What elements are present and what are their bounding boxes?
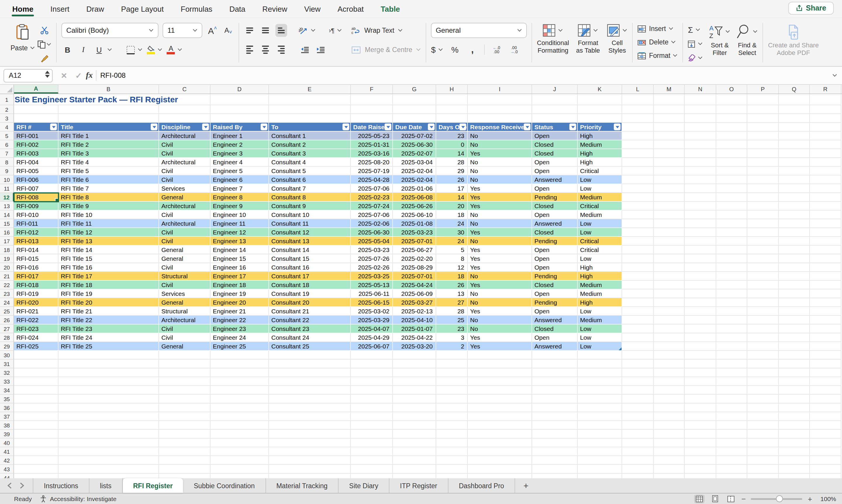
cell-H8[interactable]: 28: [436, 158, 468, 167]
cell-O32[interactable]: [716, 368, 747, 377]
cell-I18[interactable]: Yes: [468, 246, 532, 254]
cell-O36[interactable]: [716, 403, 747, 412]
cell-K11[interactable]: Low: [578, 184, 622, 193]
cell-C10[interactable]: Civil: [159, 175, 211, 184]
cell-F8[interactable]: 2025-08-20: [351, 158, 393, 167]
cell-G24[interactable]: 2025-03-27: [393, 298, 436, 307]
cell-H4[interactable]: Days Open: [436, 123, 468, 131]
cell-R25[interactable]: [810, 307, 841, 316]
cell-B33[interactable]: [58, 377, 159, 386]
cell-L36[interactable]: [622, 403, 654, 412]
cell-P4[interactable]: [747, 123, 779, 131]
cell-M21[interactable]: [654, 272, 685, 281]
cell-G19[interactable]: 2025-02-20: [393, 254, 436, 263]
cell-N21[interactable]: [685, 272, 716, 281]
filter-button-K4[interactable]: [614, 124, 621, 130]
cell-P43[interactable]: [747, 465, 779, 473]
cell-R10[interactable]: [810, 175, 841, 184]
cell-J37[interactable]: [532, 412, 578, 421]
cell-K6[interactable]: Medium: [578, 140, 622, 149]
cell-M42[interactable]: [654, 456, 685, 465]
cell-L31[interactable]: [622, 360, 654, 368]
cell-J36[interactable]: [532, 403, 578, 412]
cell-D11[interactable]: Engineer 7: [211, 184, 269, 193]
cell-J44[interactable]: [532, 473, 578, 478]
cell-M36[interactable]: [654, 403, 685, 412]
cell-B35[interactable]: [58, 395, 159, 403]
cell-B22[interactable]: RFI Title 18: [58, 281, 159, 289]
cell-D23[interactable]: Engineer 19: [211, 289, 269, 298]
cell-H23[interactable]: 13: [436, 289, 468, 298]
cell-I37[interactable]: [468, 412, 532, 421]
cell-C35[interactable]: [159, 395, 211, 403]
cell-P33[interactable]: [747, 377, 779, 386]
cell-I33[interactable]: [468, 377, 532, 386]
cell-N11[interactable]: [685, 184, 716, 193]
paste-button[interactable]: Paste: [11, 23, 35, 64]
cell-M3[interactable]: [654, 114, 685, 123]
cell-G41[interactable]: [393, 447, 436, 456]
cell-K29[interactable]: Low: [578, 342, 622, 351]
cell-Q4[interactable]: [779, 123, 810, 131]
cell-N41[interactable]: [685, 447, 716, 456]
cell-B9[interactable]: RFI Title 5: [58, 167, 159, 175]
cell-L14[interactable]: [622, 211, 654, 219]
cell-P15[interactable]: [747, 219, 779, 228]
cell-L22[interactable]: [622, 281, 654, 289]
cell-F27[interactable]: 2025-04-07: [351, 324, 393, 333]
name-box[interactable]: A12: [3, 69, 53, 82]
cell-K17[interactable]: Critical: [578, 237, 622, 246]
cell-K16[interactable]: Low: [578, 228, 622, 237]
column-header-A[interactable]: A: [14, 85, 58, 93]
cell-K34[interactable]: [578, 386, 622, 395]
cell-G8[interactable]: 2025-03-04: [393, 158, 436, 167]
cell-G11[interactable]: 2025-01-06: [393, 184, 436, 193]
cell-K21[interactable]: High: [578, 272, 622, 281]
cell-H24[interactable]: 27: [436, 298, 468, 307]
cell-D14[interactable]: Engineer 10: [211, 211, 269, 219]
cell-H22[interactable]: 26: [436, 281, 468, 289]
cell-C6[interactable]: Civil: [159, 140, 211, 149]
cell-P5[interactable]: [747, 131, 779, 140]
cell-P44[interactable]: [747, 473, 779, 478]
cell-E29[interactable]: Consultant 25: [269, 342, 351, 351]
cell-N1[interactable]: [685, 94, 716, 105]
cell-J9[interactable]: Open: [532, 167, 578, 175]
menu-tab-formulas[interactable]: Formulas: [180, 1, 213, 17]
cell-A21[interactable]: RFI-017: [14, 272, 58, 281]
cell-A12[interactable]: RFI-008: [14, 193, 58, 202]
cell-I43[interactable]: [468, 465, 532, 473]
cell-G36[interactable]: [393, 403, 436, 412]
cell-A10[interactable]: RFI-006: [14, 175, 58, 184]
column-header-N[interactable]: N: [685, 85, 716, 93]
cell-G21[interactable]: 2025-07-01: [393, 272, 436, 281]
cell-M9[interactable]: [654, 167, 685, 175]
cell-H43[interactable]: [436, 465, 468, 473]
cell-M33[interactable]: [654, 377, 685, 386]
cell-I8[interactable]: No: [468, 158, 532, 167]
cell-R39[interactable]: [810, 430, 841, 438]
cell-J25[interactable]: Open: [532, 307, 578, 316]
cell-F24[interactable]: 2025-06-15: [351, 298, 393, 307]
row-header-35[interactable]: 35: [0, 395, 14, 403]
cell-K8[interactable]: High: [578, 158, 622, 167]
underline-dropdown-icon[interactable]: [108, 47, 112, 52]
cell-K12[interactable]: Medium: [578, 193, 622, 202]
cell-Q20[interactable]: [779, 263, 810, 272]
cell-C8[interactable]: Architectural: [159, 158, 211, 167]
cell-P23[interactable]: [747, 289, 779, 298]
cell-D42[interactable]: [211, 456, 269, 465]
cell-E27[interactable]: Consultant 23: [269, 324, 351, 333]
row-header-37[interactable]: 37: [0, 412, 14, 421]
cell-B40[interactable]: [58, 438, 159, 447]
cell-I24[interactable]: No: [468, 298, 532, 307]
cell-Q40[interactable]: [779, 438, 810, 447]
cell-D40[interactable]: [211, 438, 269, 447]
row-header-34[interactable]: 34: [0, 386, 14, 395]
row-header-13[interactable]: 13: [0, 202, 14, 211]
cell-G17[interactable]: 2025-07-01: [393, 237, 436, 246]
cell-R5[interactable]: [810, 131, 841, 140]
cell-G1[interactable]: [393, 94, 436, 105]
cell-J12[interactable]: Pending: [532, 193, 578, 202]
cell-Q37[interactable]: [779, 412, 810, 421]
